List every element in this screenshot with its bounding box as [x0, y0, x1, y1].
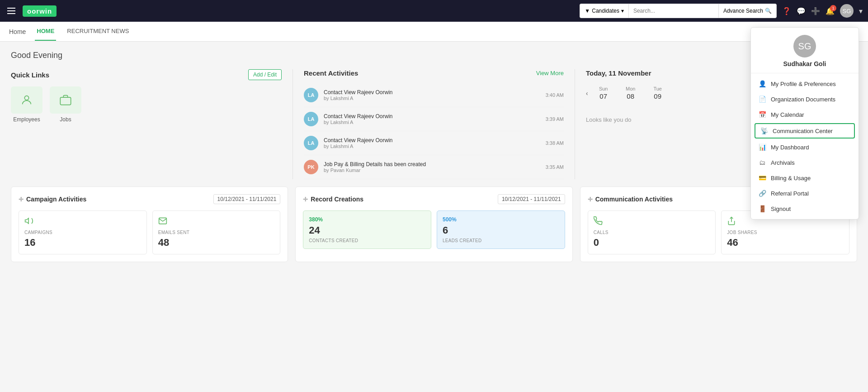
help-button[interactable]: ❓ — [782, 7, 791, 15]
my-dashboard-icon: 📊 — [758, 143, 766, 151]
dropdown-menu-items: 👤 My Profile & Preferences 📄 Organizatio… — [751, 73, 859, 219]
referral-portal-icon: 🔗 — [758, 190, 766, 197]
campaign-activities-card: ✛ Campaign Activities 10/12/2021 - 11/11… — [11, 186, 288, 262]
three-column-layout: Quick Links Add / Edit Employees — [11, 69, 857, 179]
contacts-created-metric: 380% 24 CONTACTS CREATED — [303, 210, 431, 249]
communication-center-label: Communication Center — [773, 128, 833, 134]
day-num-sun: 07 — [599, 92, 607, 100]
menu-toggle-button[interactable] — [5, 6, 17, 16]
campaign-date-range: 10/12/2021 - 11/11/2021 — [213, 194, 281, 204]
recent-activities-title: Recent Activities — [304, 69, 358, 77]
jobs-icon — [50, 86, 81, 114]
logo: oorwin — [23, 5, 57, 17]
activity-by-2: by Lakshmi A — [324, 120, 540, 125]
dropdown-item-my-dashboard[interactable]: 📊 My Dashboard — [751, 139, 859, 155]
filter-label: Candidates — [592, 8, 619, 14]
profile-dropdown-arrow[interactable]: ▾ — [859, 7, 863, 15]
activity-time-3: 3:38 AM — [546, 140, 564, 146]
activity-avatar-la2: LA — [304, 112, 318, 126]
advance-search-button[interactable]: Advance Search 🔍 — [719, 4, 777, 18]
messages-button[interactable]: 💬 — [797, 7, 806, 15]
activity-avatar-la3: LA — [304, 136, 318, 150]
emails-sent-icon — [158, 216, 275, 227]
signout-icon: 🚪 — [758, 205, 766, 212]
view-more-link[interactable]: View More — [536, 70, 564, 76]
day-num-tue: 09 — [654, 92, 661, 100]
activity-by-3: by Lakshmi A — [324, 143, 540, 149]
dropdown-item-signout[interactable]: 🚪 Signout — [751, 201, 859, 216]
day-num-mon: 08 — [627, 92, 634, 100]
record-creations-title: ✛ Record Creations — [303, 196, 363, 203]
header-left: Home HOME RECRUITMENT NEWS — [9, 22, 131, 41]
svg-rect-1 — [60, 97, 71, 105]
activity-avatar-pk: PK — [304, 160, 318, 174]
filter-dropdown-button[interactable]: ▼ Candidates ▾ — [580, 4, 628, 18]
dropdown-item-my-calendar[interactable]: 📅 My Calendar — [751, 107, 859, 122]
calls-value: 0 — [594, 237, 710, 249]
campaigns-value: 16 — [24, 237, 141, 249]
contacts-label: CONTACTS CREATED — [309, 238, 425, 243]
activity-content-1: Contact View Rajeev Oorwin by Lakshmi A — [324, 89, 540, 101]
profile-avatar-button[interactable]: SG — [840, 4, 854, 18]
my-calendar-icon: 📅 — [758, 111, 766, 118]
activity-title-3: Contact View Rajeev Oorwin — [324, 137, 540, 143]
dropdown-item-my-profile[interactable]: 👤 My Profile & Preferences — [751, 76, 859, 91]
notification-button[interactable]: 🔔 1 — [826, 7, 835, 15]
calendar-days: Sun 07 Mon 08 Tue 09 — [592, 83, 670, 103]
calendar-prev-button[interactable]: ‹ — [586, 90, 588, 97]
emails-sent-label: EMAILS SENT — [158, 230, 275, 235]
activity-by-4: by Pavan Kumar — [324, 167, 540, 173]
profile-dropdown: SG Sudhakar Goli 👤 My Profile & Preferen… — [750, 27, 859, 220]
activity-content-4: Job Pay & Billing Details has been creat… — [324, 161, 540, 173]
archivals-icon: 🗂 — [758, 159, 766, 166]
dropdown-item-billing-usage[interactable]: 💳 Billing & Usage — [751, 170, 859, 186]
activity-item: LA Contact View Rajeev Oorwin by Lakshmi… — [304, 107, 564, 131]
employees-label: Employees — [13, 116, 40, 123]
dropdown-item-communication-center[interactable]: 📡 Communication Center — [755, 123, 855, 139]
notification-badge: 1 — [830, 5, 836, 11]
org-documents-icon: 📄 — [758, 96, 766, 103]
record-title-icon: ✛ — [303, 196, 308, 203]
quick-link-jobs[interactable]: Jobs — [50, 86, 81, 123]
dropdown-item-referral-portal[interactable]: 🔗 Referral Portal — [751, 186, 859, 201]
bottom-cards: ✛ Campaign Activities 10/12/2021 - 11/11… — [11, 186, 857, 262]
referral-portal-label: Referral Portal — [771, 190, 809, 197]
nav-icons: ❓ 💬 ➕ 🔔 1 SG ▾ — [782, 4, 863, 18]
search-icon: 🔍 — [765, 8, 772, 14]
activity-by-1: by Lakshmi A — [324, 96, 540, 101]
archivals-label: Archivals — [771, 159, 795, 166]
day-name-sun: Sun — [599, 86, 608, 91]
dropdown-item-org-documents[interactable]: 📄 Organization Documents — [751, 91, 859, 107]
record-creations-card: ✛ Record Creations 10/12/2021 - 11/11/20… — [295, 186, 572, 262]
billing-usage-label: Billing & Usage — [771, 175, 811, 182]
activity-item: LA Contact View Rajeev Oorwin by Lakshmi… — [304, 131, 564, 155]
comm-title-icon: ✛ — [588, 196, 593, 203]
activity-title-1: Contact View Rajeev Oorwin — [324, 89, 540, 96]
add-edit-button[interactable]: Add / Edit — [248, 69, 282, 80]
header-tabs: Home HOME RECRUITMENT NEWS — [0, 22, 868, 42]
campaigns-metric: CAMPAIGNS 16 — [19, 210, 147, 254]
dropdown-profile-header: SG Sudhakar Goli — [751, 28, 859, 73]
dropdown-avatar: SG — [793, 35, 816, 57]
activity-title-4: Job Pay & Billing Details has been creat… — [324, 161, 540, 167]
billing-usage-icon: 💳 — [758, 174, 766, 182]
tab-recruitment-news[interactable]: RECRUITMENT NEWS — [65, 22, 131, 41]
add-button[interactable]: ➕ — [811, 7, 820, 15]
advance-search-label: Advance Search — [723, 8, 763, 14]
contacts-percent: 380% — [309, 216, 425, 223]
campaign-title-icon: ✛ — [19, 196, 24, 203]
greeting-text: Good Evening — [11, 51, 857, 60]
svg-point-0 — [24, 96, 28, 100]
jobs-label: Jobs — [60, 116, 71, 123]
activity-avatar-la1: LA — [304, 88, 318, 102]
dropdown-item-archivals[interactable]: 🗂 Archivals — [751, 155, 859, 170]
quick-link-employees[interactable]: Employees — [11, 86, 42, 123]
tab-home[interactable]: HOME — [35, 22, 56, 41]
quick-links-header: Quick Links Add / Edit — [11, 69, 282, 80]
campaigns-label: CAMPAIGNS — [24, 230, 141, 235]
activity-item: PK Job Pay & Billing Details has been cr… — [304, 155, 564, 179]
my-dashboard-label: My Dashboard — [771, 144, 809, 151]
contacts-value: 24 — [309, 225, 425, 236]
search-input[interactable] — [628, 4, 719, 18]
record-creations-header: ✛ Record Creations 10/12/2021 - 11/11/20… — [303, 194, 565, 204]
